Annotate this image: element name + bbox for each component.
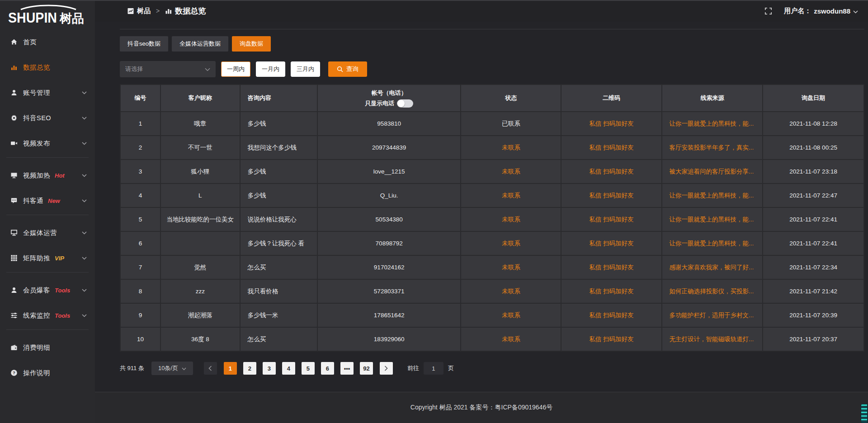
cell-no: 4	[120, 183, 160, 207]
cell-content: 我想问这个多少钱	[240, 136, 317, 160]
svg-text:树品: 树品	[59, 12, 84, 25]
sliders-icon	[10, 312, 18, 319]
sidebar-divider	[6, 215, 89, 215]
sidebar-divider	[6, 272, 89, 273]
cell-qrcode-link[interactable]: 私信 扫码加好友	[561, 207, 661, 231]
sidebar-item-video-heating[interactable]: 视频加热 Hot	[0, 164, 95, 187]
column-header-nickname: 客户昵称	[160, 85, 240, 112]
cell-date: 2021-11-07 22:47	[763, 183, 864, 207]
user-icon	[10, 89, 18, 96]
cell-qrcode-link[interactable]: 私信 扫码加好友	[561, 112, 661, 136]
cell-no: 9	[120, 303, 160, 327]
table-row: 6 多少钱？让我死心 看 70898792 未联系 私信 扫码加好友 让你一眼就…	[120, 231, 864, 255]
logo: SHUPIN 树品	[0, 4, 95, 26]
cell-source-link[interactable]: 如何正确选择投影仪，买投影...	[662, 279, 763, 303]
account-select[interactable]: 请选择	[120, 61, 216, 77]
cell-source-link[interactable]: 被大家追着问的客厅投影分享...	[662, 160, 763, 183]
toggle-knob	[397, 100, 405, 107]
sidebar-item-label: 抖音SEO	[23, 114, 51, 122]
range-week-button[interactable]: 一周内	[221, 61, 250, 77]
data-tabs: 抖音seo数据 全媒体运营数据 询盘数据	[120, 36, 864, 52]
sidebar-item-douyin-seo[interactable]: 抖音SEO	[0, 107, 95, 129]
sidebar-item-omni-media[interactable]: 全媒体运营	[0, 221, 95, 244]
column-header-source: 线索来源	[662, 85, 763, 112]
cell-qrcode-link[interactable]: 私信 扫码加好友	[561, 303, 661, 327]
corner-chat-widget[interactable]	[861, 404, 868, 423]
page-content: 抖音seo数据 全媒体运营数据 询盘数据 请选择 一周内 一月内 三月内 查询	[95, 22, 868, 392]
cell-qrcode-link[interactable]: 私信 扫码加好友	[561, 160, 661, 183]
table-header: 编号 客户昵称 咨询内容 帐号（电话） 只显示电话	[120, 85, 864, 112]
cell-source-link[interactable]: 无主灯设计，智能磁吸轨道灯...	[662, 327, 763, 351]
prev-page-button[interactable]	[204, 362, 217, 375]
page-button-3[interactable]: 3	[263, 362, 276, 375]
sidebar-item-expense-details[interactable]: 消费明细	[0, 336, 95, 359]
main-area: 树品 > 数据总览 用户名：zswodun88	[95, 0, 868, 423]
cell-nickname	[160, 231, 240, 255]
home-icon	[10, 38, 18, 46]
chevron-down-icon	[182, 365, 186, 372]
fullscreen-icon[interactable]	[764, 7, 772, 15]
sidebar-item-douketong[interactable]: 抖客通 New	[0, 189, 95, 212]
cell-date: 2021-11-07 22:41	[763, 207, 864, 231]
cell-qrcode-link[interactable]: 私信 扫码加好友	[561, 183, 661, 207]
page-button-2[interactable]: 2	[243, 362, 256, 375]
gear-icon	[10, 114, 18, 122]
cell-qrcode-link[interactable]: 私信 扫码加好友	[561, 231, 661, 255]
chevron-down-icon	[205, 66, 210, 73]
tab-omni-media-data[interactable]: 全媒体运营数据	[172, 36, 228, 52]
page-button-1[interactable]: 1	[224, 362, 237, 375]
username-label: 用户名：	[784, 7, 811, 15]
sidebar-item-account-management[interactable]: 账号管理	[0, 81, 95, 104]
cell-source-link[interactable]: 多功能护栏灯，适用于乡村文...	[662, 303, 763, 327]
page-size-select[interactable]: 10条/页	[151, 362, 193, 375]
filter-bar: 请选择 一周内 一月内 三月内 查询	[120, 61, 864, 77]
cell-account: 70898792	[317, 231, 461, 255]
cell-no: 10	[120, 327, 160, 351]
cell-account: 2097344839	[317, 136, 461, 160]
cell-qrcode-link[interactable]: 私信 扫码加好友	[561, 279, 661, 303]
sidebar-item-label: 账号管理	[23, 89, 50, 97]
page-button-92[interactable]: 92	[360, 362, 373, 375]
table-row: 5 当地比较能吃的一位美女 说说价格让我死心 50534380 未联系 私信 扫…	[120, 207, 864, 231]
cell-source-link[interactable]: 让你一眼就爱上的黑科技，能...	[662, 183, 763, 207]
phone-only-toggle[interactable]	[397, 99, 413, 108]
page-ellipsis-button[interactable]: •••	[340, 362, 354, 375]
cell-qrcode-link[interactable]: 私信 扫码加好友	[561, 327, 661, 351]
range-quarter-button[interactable]: 三月内	[291, 61, 320, 77]
cell-content: 怎么买	[240, 255, 317, 279]
cell-source-link[interactable]: 让你一眼就爱上的黑科技，能...	[662, 112, 763, 136]
cell-qrcode-link[interactable]: 私信 扫码加好友	[561, 255, 661, 279]
cell-content: 说说价格让我死心	[240, 207, 317, 231]
search-button[interactable]: 查询	[328, 61, 367, 77]
cell-source-link[interactable]: 客厅安装投影半年多了，真实...	[662, 136, 763, 160]
cell-nickname: 觉然	[160, 255, 240, 279]
sidebar-item-clue-monitor[interactable]: 线索监控 Tools	[0, 304, 95, 327]
sidebar-divider	[6, 329, 89, 330]
cell-no: 2	[120, 136, 160, 160]
sidebar-item-home[interactable]: 首页	[0, 31, 95, 53]
sidebar-item-video-publish[interactable]: 视频发布	[0, 132, 95, 155]
page-button-5[interactable]: 5	[302, 362, 315, 375]
cell-qrcode-link[interactable]: 私信 扫码加好友	[561, 136, 661, 160]
chevron-down-icon	[82, 91, 87, 94]
user-menu[interactable]: 用户名：zswodun88	[784, 7, 858, 15]
page-button-6[interactable]: 6	[321, 362, 334, 375]
cell-source-link[interactable]: 让你一眼就爱上的黑科技，能...	[662, 207, 763, 231]
grid-icon	[10, 254, 18, 262]
cell-no: 5	[120, 207, 160, 231]
cell-source-link[interactable]: 让你一眼就爱上的黑科技，能...	[662, 231, 763, 255]
sidebar-item-data-overview[interactable]: 数据总览	[0, 56, 95, 79]
sidebar-item-matrix-boost[interactable]: 矩阵助推 VIP	[0, 247, 95, 269]
sidebar-item-instructions[interactable]: ? 操作说明	[0, 362, 95, 384]
search-button-label: 查询	[346, 65, 359, 73]
goto-page-input[interactable]	[424, 362, 443, 375]
tab-inquiry-data[interactable]: 询盘数据	[232, 36, 271, 52]
cell-source-link[interactable]: 感谢大家喜欢我家，被问了好...	[662, 255, 763, 279]
next-page-button[interactable]	[380, 362, 393, 375]
sidebar-item-member-leads[interactable]: 会员爆客 Tools	[0, 279, 95, 301]
breadcrumb-root-link[interactable]: 树品	[127, 7, 151, 15]
range-month-button[interactable]: 一月内	[256, 61, 285, 77]
app-root: SHUPIN 树品 首页 数据总览 账号管理	[0, 0, 868, 423]
tab-douyin-seo-data[interactable]: 抖音seo数据	[120, 36, 168, 52]
page-button-4[interactable]: 4	[282, 362, 295, 375]
